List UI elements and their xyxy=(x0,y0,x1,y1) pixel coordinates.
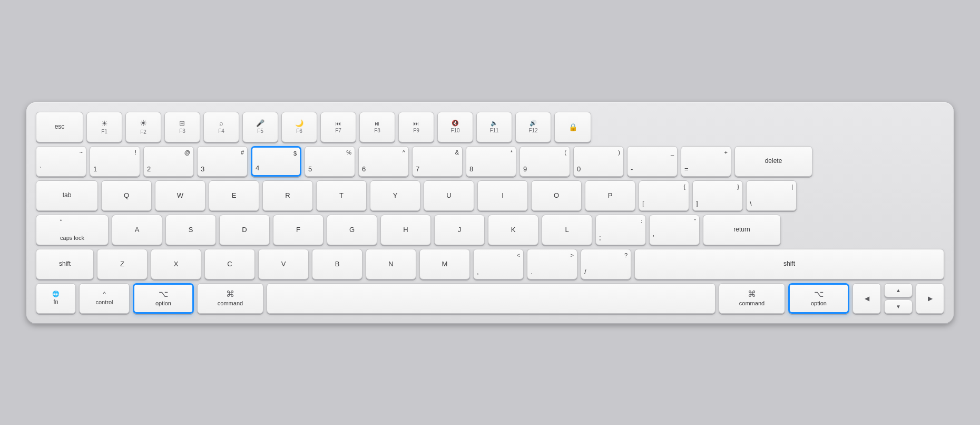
key-p[interactable]: P xyxy=(585,180,635,211)
mission-control-icon: ⊞ xyxy=(179,119,185,127)
key-esc[interactable]: esc xyxy=(36,112,83,142)
arrow-up-icon: ▲ xyxy=(896,287,901,293)
key-e[interactable]: E xyxy=(209,180,259,211)
key-g[interactable]: G xyxy=(327,215,377,245)
key-f1[interactable]: ☀ F1 xyxy=(86,112,122,142)
key-f4[interactable]: ⌕ F4 xyxy=(203,112,239,142)
key-fn[interactable]: 🌐 fn xyxy=(36,283,76,314)
key-8[interactable]: * 8 xyxy=(466,146,516,177)
key-slash[interactable]: ? / xyxy=(581,249,631,279)
key-h[interactable]: H xyxy=(380,215,431,245)
key-z[interactable]: Z xyxy=(97,249,148,279)
key-s[interactable]: S xyxy=(165,215,216,245)
key-a[interactable]: A xyxy=(112,215,162,245)
key-f9[interactable]: ⏭ F9 xyxy=(398,112,434,142)
playpause-icon: ⏯ xyxy=(374,120,380,127)
key-option-right[interactable]: ⌥ option xyxy=(788,283,849,314)
key-arrow-up[interactable]: ▲ xyxy=(884,283,913,297)
key-f6[interactable]: 🌙 F6 xyxy=(281,112,317,142)
key-period[interactable]: > . xyxy=(527,249,577,279)
key-n[interactable]: N xyxy=(366,249,416,279)
key-f3[interactable]: ⊞ F3 xyxy=(164,112,200,142)
key-3[interactable]: # 3 xyxy=(197,146,248,177)
key-return[interactable]: return xyxy=(703,215,781,245)
qwerty-row: tab Q W E R T Y U I O P { [ } ] | \ xyxy=(36,180,944,211)
key-6[interactable]: ^ 6 xyxy=(358,146,409,177)
key-w[interactable]: W xyxy=(155,180,205,211)
key-equals[interactable]: + = xyxy=(681,146,731,177)
option-symbol-left: ⌥ xyxy=(159,289,168,299)
key-minus[interactable]: _ - xyxy=(627,146,678,177)
caps-lock-indicator: • xyxy=(60,218,62,223)
key-y[interactable]: Y xyxy=(370,180,420,211)
key-i[interactable]: I xyxy=(477,180,528,211)
key-m[interactable]: M xyxy=(419,249,470,279)
key-f2[interactable]: ☀ F2 xyxy=(125,112,161,142)
key-u[interactable]: U xyxy=(424,180,474,211)
key-5[interactable]: % 5 xyxy=(305,146,355,177)
key-lock[interactable]: 🔒 xyxy=(554,112,591,142)
key-v[interactable]: V xyxy=(258,249,309,279)
key-command-right[interactable]: ⌘ command xyxy=(719,283,785,314)
key-d[interactable]: D xyxy=(219,215,270,245)
key-backslash[interactable]: | \ xyxy=(746,180,797,211)
arrow-right-icon: ▶ xyxy=(928,295,933,302)
key-f8[interactable]: ⏯ F8 xyxy=(359,112,395,142)
key-arrow-down[interactable]: ▼ xyxy=(884,300,913,314)
key-arrow-right[interactable]: ▶ xyxy=(916,283,944,314)
key-f11[interactable]: 🔈 F11 xyxy=(476,112,512,142)
key-q[interactable]: Q xyxy=(101,180,152,211)
brightness-high-icon: ☀ xyxy=(140,118,147,128)
arrow-down-icon: ▼ xyxy=(896,304,901,310)
mic-icon: 🎤 xyxy=(256,119,264,127)
fn-row: esc ☀ F1 ☀ F2 ⊞ F3 ⌕ F4 xyxy=(36,112,944,142)
key-4-dollar[interactable]: $ 4 xyxy=(251,146,301,177)
key-k[interactable]: K xyxy=(488,215,538,245)
key-x[interactable]: X xyxy=(151,249,201,279)
key-f[interactable]: F xyxy=(273,215,324,245)
key-c[interactable]: C xyxy=(204,249,255,279)
key-delete[interactable]: delete xyxy=(734,146,812,177)
key-l[interactable]: L xyxy=(542,215,592,245)
key-caps-lock[interactable]: • caps lock xyxy=(36,215,109,245)
key-j[interactable]: J xyxy=(434,215,485,245)
key-7[interactable]: & 7 xyxy=(412,146,463,177)
key-o[interactable]: O xyxy=(531,180,582,211)
lock-icon: 🔒 xyxy=(569,123,577,131)
globe-icon: 🌐 xyxy=(52,291,60,297)
key-control[interactable]: ^ control xyxy=(79,283,130,314)
key-f10[interactable]: 🔇 F10 xyxy=(437,112,473,142)
key-1[interactable]: ! 1 xyxy=(90,146,140,177)
key-option-left[interactable]: ⌥ option xyxy=(133,283,194,314)
key-r[interactable]: R xyxy=(262,180,313,211)
number-row: ~ ` ! 1 @ 2 # 3 $ 4 xyxy=(36,146,944,177)
key-spacebar[interactable] xyxy=(267,283,716,314)
key-f12[interactable]: 🔊 F12 xyxy=(515,112,551,142)
mute-icon: 🔇 xyxy=(452,120,459,127)
key-tilde[interactable]: ~ ` xyxy=(36,146,86,177)
key-shift-right[interactable]: shift xyxy=(634,249,944,279)
key-9[interactable]: ( 9 xyxy=(520,146,570,177)
key-b[interactable]: B xyxy=(312,249,362,279)
key-quote[interactable]: " ' xyxy=(649,215,700,245)
command-symbol-right: ⌘ xyxy=(748,289,756,299)
key-t[interactable]: T xyxy=(316,180,367,211)
key-arrow-left[interactable]: ◀ xyxy=(852,283,881,314)
volume-low-icon: 🔈 xyxy=(491,120,498,127)
key-semicolon[interactable]: : ; xyxy=(595,215,646,245)
key-0[interactable]: ) 0 xyxy=(573,146,624,177)
key-lbracket[interactable]: { [ xyxy=(639,180,689,211)
key-shift-left[interactable]: shift xyxy=(36,249,94,279)
arrow-left-icon: ◀ xyxy=(865,295,869,302)
option-symbol-right: ⌥ xyxy=(814,289,824,299)
key-rbracket[interactable]: } ] xyxy=(692,180,743,211)
arrow-vertical-group: ▲ ▼ xyxy=(884,283,913,314)
key-f7[interactable]: ⏮ F7 xyxy=(320,112,356,142)
key-command-left[interactable]: ⌘ command xyxy=(197,283,263,314)
brightness-low-icon: ☀ xyxy=(101,119,108,128)
key-tab[interactable]: tab xyxy=(36,180,98,211)
rewind-icon: ⏮ xyxy=(335,120,341,127)
key-2[interactable]: @ 2 xyxy=(143,146,194,177)
key-f5[interactable]: 🎤 F5 xyxy=(242,112,278,142)
key-comma[interactable]: < , xyxy=(473,249,524,279)
